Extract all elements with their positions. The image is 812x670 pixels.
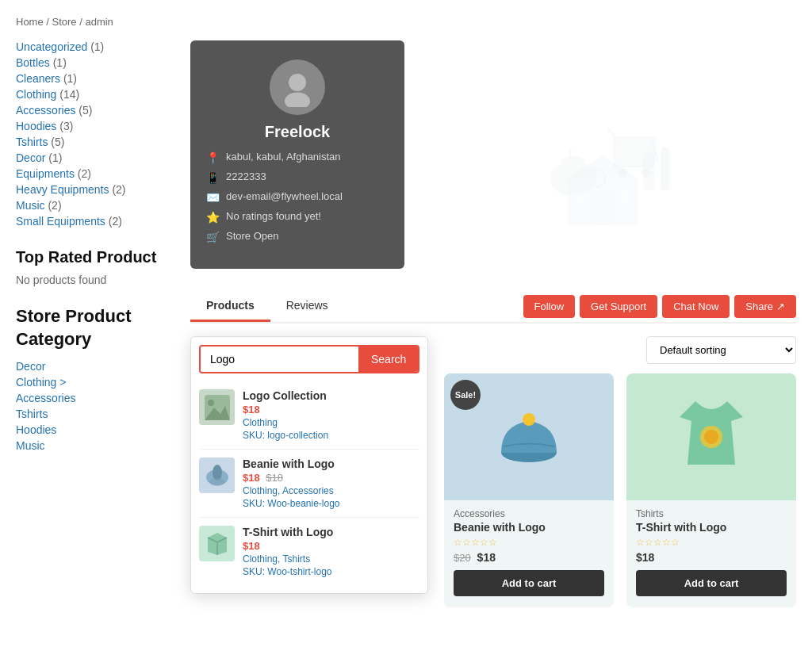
search-input[interactable] — [201, 346, 358, 372]
sale-badge-beanie: Sale! — [450, 380, 481, 410]
result-details-1: Logo Collection $18 Clothing SKU: logo-c… — [243, 389, 419, 441]
nav-item-cleaners: Cleaners (1) — [16, 72, 174, 85]
search-button[interactable]: Search — [358, 346, 419, 372]
result-details-3: T-Shirt with Logo $18 Clothing, Tshirts … — [243, 526, 419, 577]
nav-link-bottles[interactable]: Bottles (1) — [16, 56, 67, 69]
nav-link-heavy-equipments[interactable]: Heavy Equipments (2) — [16, 183, 126, 196]
cat-link-decor[interactable]: Decor — [16, 360, 45, 373]
star-4: ☆ — [480, 537, 488, 548]
current-price-tshirt: $18 — [636, 551, 654, 564]
location-icon: 📍 — [206, 151, 220, 164]
star-t4: ☆ — [662, 537, 671, 548]
result-price-3: $18 — [243, 540, 419, 552]
cat-link-hoodies[interactable]: Hoodies — [16, 423, 56, 436]
result-title-2: Beanie with Logo — [243, 458, 419, 470]
beanie-product-image — [489, 397, 569, 477]
product-info-tshirt: Tshirts T-Shirt with Logo ☆☆☆☆☆ $18 Add … — [626, 500, 796, 607]
nav-link-accessories[interactable]: Accessories (5) — [16, 104, 92, 117]
product-price-tshirt: $18 — [636, 551, 787, 564]
result-title-1: Logo Collection — [243, 389, 419, 402]
nav-item-tshirts: Tshirts (5) — [16, 136, 174, 148]
result-thumb-1 — [199, 389, 235, 425]
vendor-name: Freelock — [265, 123, 330, 141]
top-rated-title: Top Rated Product — [16, 247, 174, 267]
product-cat-tshirt: Tshirts — [636, 508, 787, 519]
nav-item-accessories: Accessories (5) — [16, 104, 174, 117]
product-title-beanie: Beanie with Logo — [454, 521, 604, 534]
search-result-2[interactable]: Beanie with Logo $18 $18 Clothing, Acces… — [199, 450, 419, 518]
star-rating-tshirt: ☆☆☆☆☆ — [636, 537, 787, 548]
nav-item-clothing: Clothing (14) — [16, 88, 174, 101]
star-t1: ☆ — [636, 537, 645, 548]
email-icon: ✉️ — [206, 191, 220, 204]
svg-point-1 — [285, 93, 310, 108]
search-box: Search — [199, 345, 419, 373]
search-result-3[interactable]: T-Shirt with Logo $18 Clothing, Tshirts … — [199, 518, 419, 585]
nav-link-uncategorized[interactable]: Uncategorized (1) — [16, 40, 104, 53]
store-illustration-svg — [521, 90, 695, 232]
cat-item-clothing: Clothing > — [16, 376, 174, 389]
tshirt-product-image — [672, 393, 751, 480]
sort-select[interactable]: Default sorting Sort by popularity Sort … — [646, 336, 796, 364]
no-products-text: No products found — [16, 274, 174, 286]
cat-link-clothing[interactable]: Clothing > — [16, 376, 66, 389]
follow-button[interactable]: Follow — [523, 295, 576, 318]
cat-item-music: Music — [16, 439, 174, 452]
nav-link-music[interactable]: Music (2) — [16, 199, 62, 212]
product-image-wrap-beanie: Sale! — [444, 373, 614, 500]
phone-icon: 📱 — [206, 171, 220, 184]
action-buttons: Follow Get Support Chat Now Share ↗ — [523, 295, 796, 318]
nav-link-cleaners[interactable]: Cleaners (1) — [16, 72, 77, 85]
cat-link-music[interactable]: Music — [16, 439, 45, 452]
search-overlay: Search Logo Collection — [190, 336, 428, 594]
store-cat-list: Decor Clothing > Accessories Tshirts Hoo… — [16, 360, 174, 452]
get-support-button[interactable]: Get Support — [580, 295, 657, 318]
tab-reviews[interactable]: Reviews — [270, 291, 344, 322]
page-wrapper: Home / Store / admin Uncategorized (1) B… — [0, 0, 812, 623]
search-result-1[interactable]: Logo Collection $18 Clothing SKU: logo-c… — [199, 381, 419, 450]
star-t2: ☆ — [645, 537, 653, 548]
nav-link-decor[interactable]: Decor (1) — [16, 151, 62, 164]
nav-item-small-equipments: Small Equipments (2) — [16, 215, 174, 228]
share-button[interactable]: Share ↗ — [734, 295, 796, 318]
vendor-email: ✉️ dev-email@flywheel.local — [206, 190, 389, 204]
result-product-icon-3 — [201, 528, 233, 560]
cat-link-tshirts[interactable]: Tshirts — [16, 408, 48, 420]
product-info-beanie: Accessories Beanie with Logo ☆☆☆☆☆ $20 $… — [444, 500, 614, 607]
nav-link-clothing[interactable]: Clothing (14) — [16, 88, 79, 101]
tab-products[interactable]: Products — [190, 291, 270, 322]
nav-link-hoodies[interactable]: Hoodies (3) — [16, 120, 73, 132]
product-grid-controls: Default sorting Sort by popularity Sort … — [444, 336, 796, 364]
product-card-beanie: Sale! Accessories — [444, 373, 614, 607]
breadcrumb: Home / Store / admin — [16, 16, 796, 28]
result-price-1: $18 — [243, 404, 419, 415]
nav-item-hoodies: Hoodies (3) — [16, 120, 174, 132]
current-price-beanie: $18 — [477, 551, 496, 564]
result-sku-3: SKU: Woo-tshirt-logo — [243, 566, 419, 577]
result-category-1: Clothing — [243, 417, 419, 428]
cat-item-accessories: Accessories — [16, 392, 174, 404]
chat-now-button[interactable]: Chat Now — [662, 295, 730, 318]
old-price-beanie: $20 — [454, 552, 471, 564]
cat-link-accessories[interactable]: Accessories — [16, 392, 75, 404]
product-cat-beanie: Accessories — [454, 508, 604, 519]
vendor-store-status: 🛒 Store Open — [206, 230, 389, 243]
result-thumb-2 — [199, 458, 235, 493]
cat-item-hoodies: Hoodies — [16, 423, 174, 436]
nav-link-tshirts[interactable]: Tshirts (5) — [16, 136, 64, 148]
sidebar: Uncategorized (1) Bottles (1) Cleaners (… — [16, 40, 174, 607]
vendor-info: 📍 kabul, kabul, Afghanistan 📱 2222333 ✉️… — [206, 151, 389, 250]
product-price-beanie: $20 $18 — [454, 551, 604, 564]
nav-item-music: Music (2) — [16, 199, 174, 212]
vendor-header-area: Freelock 📍 kabul, kabul, Afghanistan 📱 2… — [190, 40, 796, 281]
star-rating-beanie: ☆☆☆☆☆ — [454, 537, 604, 548]
cat-item-decor: Decor — [16, 360, 174, 373]
tabs-area: Products Reviews Follow Get Support Chat… — [190, 291, 796, 324]
store-illustration — [420, 40, 796, 281]
nav-link-small-equipments[interactable]: Small Equipments (2) — [16, 215, 122, 228]
svg-rect-14 — [643, 155, 655, 190]
nav-link-equipments[interactable]: Equipments (2) — [16, 167, 91, 180]
add-to-cart-beanie[interactable]: Add to cart — [454, 570, 604, 596]
result-category-2: Clothing, Accessories — [243, 485, 419, 496]
add-to-cart-tshirt[interactable]: Add to cart — [636, 570, 787, 596]
